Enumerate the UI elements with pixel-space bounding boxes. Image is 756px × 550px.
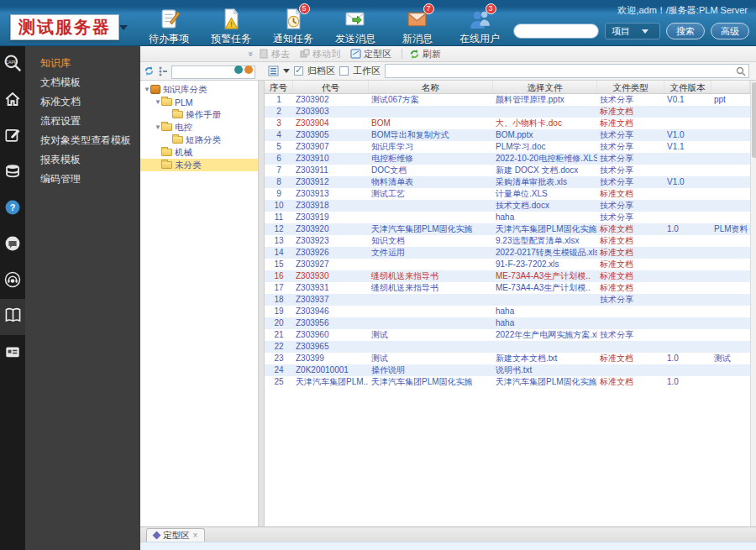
tree-expand-icon[interactable]: ▼	[144, 86, 150, 93]
toolbar-tool-3[interactable]: 5 通知任务	[269, 8, 318, 46]
toolbar-tool-4[interactable]: 发送消息	[331, 8, 380, 46]
toolbar-tool-2[interactable]: ! 预警任务	[207, 8, 255, 46]
rail-item-idcard[interactable]	[0, 335, 25, 371]
global-search-input[interactable]	[513, 24, 599, 39]
sidebar-item-按对象类型查看模板[interactable]: 按对象类型查看模板	[25, 131, 140, 150]
tree-node-PLM[interactable]: ▼PLM	[140, 96, 258, 108]
table-row[interactable]: 14Z303926文件运用2022-0217转奥生模锻品.xlsx标准文档	[265, 247, 750, 259]
sidebar-item-标准文档[interactable]: 标准文档	[25, 92, 140, 112]
cell-选择文件: 新建文本文档.txt	[493, 353, 597, 364]
table-row[interactable]: 4Z303905BOM导出和复制方式BOM.pptx技术分享V1.0	[265, 129, 750, 141]
close-icon[interactable]: ×	[193, 531, 198, 540]
sidebar-item-知识库[interactable]: 知识库	[25, 54, 140, 73]
rail-item-database[interactable]	[0, 155, 25, 191]
tree-node-机械[interactable]: 机械	[140, 146, 258, 159]
archive-checkbox[interactable]	[294, 66, 303, 76]
rail-item-support[interactable]	[0, 263, 25, 299]
workspace-checkbox[interactable]	[339, 66, 349, 76]
rail-item-capp-logo[interactable]: CAPP	[0, 46, 25, 82]
move-gray-icon	[300, 49, 310, 59]
main-split: ▼知识库分类▼PLM操作手册▼电控短路分类机械未分类 序号代号名称选择文件文件类…	[140, 81, 756, 526]
search-scope-label: 项目	[612, 25, 630, 38]
tree-search-input[interactable]	[171, 65, 255, 79]
table-row[interactable]: 8Z303912物料清单表采购清单审批表.xls技术分享V1.0	[265, 176, 750, 188]
cell-名称: 电控柜维修	[369, 153, 493, 165]
rail-item-edit[interactable]	[0, 118, 25, 155]
table-row[interactable]: 6Z303910电控柜维修2022-10-20电控柜维修.XLS技术分享	[265, 153, 750, 165]
sidebar-item-报表模板[interactable]: 报表模板	[25, 150, 140, 170]
column-header-文件版本[interactable]: 文件版本	[664, 81, 711, 93]
table-body: 1Z303902测试067方案颜料管理原理.pptx技术分享V0.1ppt2Z3…	[265, 94, 750, 388]
sidebar-item-编码管理[interactable]: 编码管理	[25, 170, 140, 189]
cell-extra	[711, 376, 750, 388]
table-row[interactable]: 20Z303956haha	[265, 317, 750, 329]
rail-item-help[interactable]: ?	[0, 191, 25, 227]
remove-button[interactable]: 移去	[259, 48, 290, 60]
table-row[interactable]: 18Z303937技术分享	[265, 294, 750, 306]
table-row[interactable]: 9Z303913测试工艺计量单位.XLS标准文档	[265, 188, 750, 200]
column-header-选择文件[interactable]: 选择文件	[493, 81, 597, 93]
table-row[interactable]: 13Z303923知识文档9.23选型配置清单.xlsx标准文档	[265, 235, 750, 247]
search-scope-dropdown[interactable]: 项目	[605, 23, 660, 39]
table-row[interactable]: 10Z303918技术文档.docx技术分享	[265, 200, 750, 212]
column-header-序号[interactable]: 序号	[265, 81, 293, 93]
table-row[interactable]: 12Z303920天津汽车集团PLM固化实施天津汽车集团PLM固化实施..标准文…	[265, 223, 750, 235]
list-filter-input[interactable]	[385, 64, 749, 78]
table-row[interactable]: 21Z303960测试2022年生产电网实施方案.xlsx技术分享	[265, 329, 750, 341]
table-row[interactable]: 3Z303904BOM大、小物料卡.doc标准文档	[265, 118, 750, 129]
column-header-extra[interactable]	[711, 81, 750, 93]
table-row[interactable]: 11Z303919haha技术分享	[265, 212, 750, 223]
toolbar-tool-1[interactable]: 待办事项	[144, 8, 193, 46]
move-to-button[interactable]: 移动到	[300, 48, 340, 60]
tree-node-未分类[interactable]: 未分类	[140, 159, 258, 171]
table-row[interactable]: 2Z303903标准文档	[265, 106, 750, 118]
column-header-代号[interactable]: 代号	[293, 81, 369, 93]
collapse-panel-icon[interactable]: »	[246, 51, 256, 56]
rail-item-book[interactable]	[0, 299, 25, 335]
search-icon[interactable]	[736, 66, 746, 76]
column-header-文件类型[interactable]: 文件类型	[597, 81, 664, 93]
tree-node-电控[interactable]: ▼电控	[140, 121, 258, 134]
table-row[interactable]: 17Z303931缝纫机送来指导书ME-73A4-A3生产计划模..标准文档	[265, 282, 750, 294]
toolbar-tool-6[interactable]: 3 在线用户	[455, 8, 504, 46]
sidebar-item-文档模板[interactable]: 文档模板	[25, 73, 140, 92]
search-button[interactable]: 搜索	[666, 23, 705, 39]
cell-文件类型: 标准文档	[597, 235, 664, 247]
cell-extra	[711, 235, 750, 247]
list-view-icon[interactable]	[268, 65, 279, 76]
table-row[interactable]: 25天津汽车集团PLM..天津汽车集团PLM固化实施天津汽车集团PLM固化实施.…	[265, 376, 750, 388]
pinned-area-button[interactable]: 定型区	[350, 48, 391, 60]
rail-item-home[interactable]	[0, 82, 25, 118]
table-row[interactable]: 24Z0K20010001操作说明说明书.txt	[265, 364, 750, 376]
cell-文件类型	[597, 317, 664, 329]
table-row[interactable]: 19Z303946haha	[265, 306, 750, 317]
tree-node-操作手册[interactable]: 操作手册	[140, 108, 258, 121]
panel-splitter[interactable]	[259, 81, 265, 526]
table-row[interactable]: 5Z303907知识库学习PLM学习.doc技术分享V1.1	[265, 141, 750, 153]
server-logo[interactable]: 测试服务器	[10, 14, 119, 40]
table-row[interactable]: 22Z303965	[265, 341, 750, 353]
pinned-area-tab[interactable]: 定型区 ×	[146, 528, 205, 542]
tree-expand-icon[interactable]: ▼	[155, 123, 161, 131]
column-header-名称[interactable]: 名称	[369, 81, 493, 93]
view-dropdown-icon[interactable]	[283, 69, 290, 73]
table-row[interactable]: 1Z303902测试067方案颜料管理原理.pptx技术分享V0.1ppt	[265, 94, 750, 106]
refresh-button[interactable]: 刷新	[409, 48, 441, 60]
tree-expand-icon[interactable]: ▼	[155, 98, 161, 106]
tree-node-知识库分类[interactable]: ▼知识库分类	[140, 83, 258, 96]
scrollbar-thumb[interactable]	[752, 82, 756, 158]
folder-icon	[161, 98, 172, 106]
tree-levels-icon[interactable]	[158, 66, 168, 76]
tree-node-短路分类[interactable]: 短路分类	[140, 134, 258, 146]
tree-refresh-icon[interactable]	[144, 65, 155, 76]
table-row[interactable]: 23Z30399测试新建文本文档.txt标准文档1.0测试	[265, 353, 750, 364]
rail-item-chat[interactable]	[0, 227, 25, 263]
advanced-search-button[interactable]: 高级	[711, 23, 749, 39]
logo-dropdown-icon[interactable]	[119, 25, 128, 30]
sidebar-item-流程设置[interactable]: 流程设置	[25, 112, 140, 131]
table-row[interactable]: 16Z303930缝纫机送来指导书ME-73A4-A3生产计划模..标准文档	[265, 270, 750, 282]
table-row[interactable]: 7Z303911DOC文档新建 DOCX 文档.docx技术分享	[265, 165, 750, 176]
table-scrollbar[interactable]	[750, 81, 756, 526]
toolbar-tool-5[interactable]: 7 新消息	[393, 8, 442, 46]
table-row[interactable]: 15Z30392791-F-23-7202.xls标准文档	[265, 259, 750, 270]
